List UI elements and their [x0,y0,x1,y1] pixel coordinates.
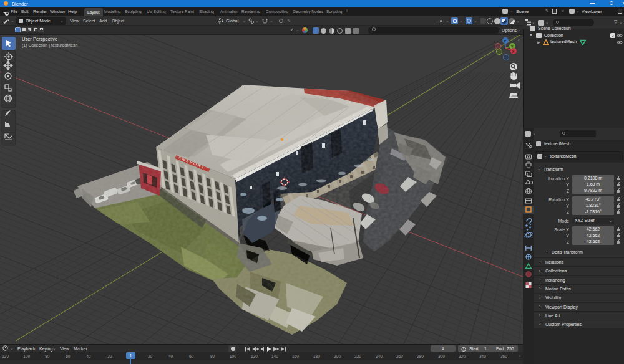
svg-text:Z: Z [504,39,507,43]
svg-text:Y: Y [511,45,514,49]
svg-text:User Perspective: User Perspective [22,36,57,42]
svg-text:‹: ‹ [518,37,520,43]
svg-text:(1) Collection | texturedMesh: (1) Collection | texturedMesh [22,43,77,48]
svg-text:X: X [512,50,515,54]
